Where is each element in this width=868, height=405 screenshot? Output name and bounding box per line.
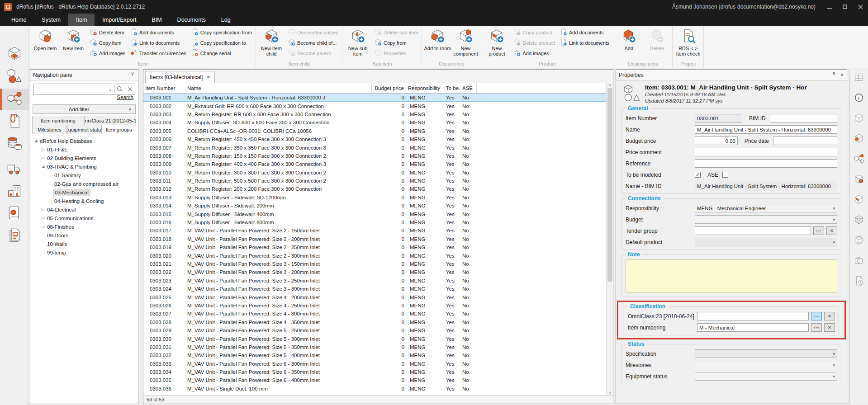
close-tab-icon[interactable]: ✕ [206, 75, 210, 80]
ribbon-button-new-item-child[interactable]: New item child [257, 27, 285, 58]
items-document-tab[interactable]: Items [03-Mechanical] ✕ [145, 71, 215, 83]
tool-camera-button[interactable] [853, 255, 865, 268]
table-row[interactable]: 0303.011M_Return Register: 500 x 500 Fac… [143, 177, 606, 185]
table-row[interactable]: 0303.022M_VAV Unit - Parallel Fan Powere… [143, 268, 606, 276]
ribbon-button-copy-specification-to[interactable]: Copy specification to [189, 38, 254, 48]
tool-model-viewer-button[interactable] [853, 235, 865, 247]
reference-field[interactable] [695, 159, 837, 168]
table-row[interactable]: 0303.015M_Supply Diffuser - Sidewall: 40… [143, 210, 606, 218]
to-be-modeled-checkbox[interactable]: ✓ [695, 172, 701, 178]
budget-select[interactable]: ▾ [695, 215, 837, 224]
ribbon-button-change-serial[interactable]: Change serial [189, 48, 254, 58]
rail-finance-button[interactable] [0, 134, 28, 155]
rail-building-button[interactable] [0, 181, 28, 203]
ribbon-button-delete-product[interactable]: Delete product [511, 38, 557, 48]
rail-rooms-button[interactable] [0, 43, 28, 65]
table-row[interactable]: 0303.016M_Supply Diffuser - Sidewall: 80… [143, 218, 606, 226]
price-comment-field[interactable] [695, 148, 837, 156]
tool-data-grid-button[interactable] [853, 72, 865, 85]
scroll-down-icon[interactable]: ˅ [609, 391, 611, 395]
ribbon-button-new-product[interactable]: New product [483, 27, 511, 58]
ribbon-button-new-sub-item[interactable]: New sub item [344, 27, 372, 58]
column-header-responsibility[interactable]: Responsibility [406, 83, 444, 93]
table-row[interactable]: 0303.001M_Air Handling Unit - Split Syst… [143, 94, 606, 102]
table-row[interactable]: 0303.023M_VAV Unit - Parallel Fan Powere… [143, 277, 606, 285]
tree-collapsed-icon[interactable]: ▷ [40, 207, 46, 212]
ribbon-button-add-images[interactable]: Add images [87, 48, 128, 58]
scrollbar-thumb[interactable] [607, 88, 612, 282]
bim-id-field[interactable] [770, 114, 837, 122]
properties-close-icon[interactable]: ✕ [840, 72, 844, 77]
tree-collapsed-icon[interactable]: ▷ [40, 156, 46, 160]
ribbon-button-link-to-documents[interactable]: Link to documents [557, 38, 612, 48]
table-row[interactable]: 0303.032M_VAV Unit - Parallel Fan Powere… [143, 351, 606, 359]
ribbon-button-add-images[interactable]: Add images [511, 48, 557, 58]
table-row[interactable]: 0303.019M_VAV Unit - Parallel Fan Powere… [143, 243, 606, 251]
column-header-item-number[interactable]: Item Number [143, 83, 185, 93]
table-row[interactable]: 0303.002M_Exhaust Grill: ER-600 x 600 Fa… [143, 102, 606, 110]
scroll-up-icon[interactable]: ˄ [609, 83, 611, 87]
table-row[interactable]: 0303.027M_VAV Unit - Parallel Fan Powere… [143, 310, 606, 318]
ribbon-button-new-item[interactable]: New item [59, 27, 87, 58]
filter-tab-milestones[interactable]: Milestones [32, 125, 67, 134]
filter-tab-item-numbering[interactable]: Item numbering [32, 116, 84, 125]
search-icon[interactable] [115, 86, 125, 92]
menu-tab-item[interactable]: Item [68, 14, 95, 26]
table-row[interactable]: 0303.029M_VAV Unit - Parallel Fan Powere… [143, 326, 606, 334]
table-row[interactable]: 0303.008M_Return Register: 150 x 150 Fac… [143, 152, 606, 160]
ribbon-button-open-item[interactable]: Open item [31, 27, 59, 58]
tree-collapsed-icon[interactable]: ▷ [40, 147, 46, 151]
ribbon-button-link-to-documents[interactable]: Link to documents [128, 38, 189, 48]
equipment-status-select[interactable]: ▾ [695, 372, 837, 381]
tree-item-08-finishes[interactable]: ▷08-Finishes [30, 222, 138, 231]
ribbon-button-add-to-room[interactable]: Add to room [423, 27, 451, 58]
add-filter-button[interactable]: Add filter... ▾ [33, 104, 136, 114]
filter-tab-omniclass-21-2012-05-16[interactable]: OmniClass 21 [2012-05-16] [84, 116, 136, 125]
properties-pin-icon[interactable] [831, 71, 837, 78]
table-row[interactable]: 0303.024M_VAV Unit - Parallel Fan Powere… [143, 285, 606, 293]
tool-products-button[interactable] [853, 194, 865, 207]
tree-item-02-gas-and-compressed-air[interactable]: 02-Gas and compressed air [30, 179, 138, 188]
tool-history-button[interactable] [853, 275, 865, 288]
item-numbering-browse-button[interactable]: ▫▫▫ [811, 323, 822, 332]
column-header-ase[interactable]: ASE [460, 83, 477, 93]
item-numbering-clear-button[interactable]: ✕ [824, 323, 835, 332]
rail-reports-button[interactable] [0, 226, 28, 247]
note-textarea[interactable] [626, 259, 837, 293]
filter-tab-item-groups[interactable]: Item groups [101, 125, 136, 134]
minimize-button[interactable] [822, 0, 837, 14]
tree-item-01-ff-e[interactable]: ▷01-FF&E [30, 145, 138, 154]
tender-group-clear-button[interactable]: ✕ [826, 226, 837, 235]
tree-item-05-communications[interactable]: ▷05-Communications [30, 214, 138, 222]
tender-group-browse-button[interactable]: ▫▫▫ [813, 226, 824, 235]
tree-item-drofus-help-database[interactable]: ◢dRofus Help Database [30, 137, 138, 145]
tree-item-02-building-elements[interactable]: ▷02-Building Elements [30, 154, 138, 162]
menu-tab-import-export[interactable]: Import/Export [95, 14, 144, 26]
ribbon-button-delete-sub-item[interactable]: Delete sub item [372, 27, 420, 38]
table-row[interactable]: 0303.030M_VAV Unit - Parallel Fan Powere… [143, 334, 606, 343]
tree-item-03-hvac-plumbing[interactable]: ◢03-HVAC & Plumbing [30, 162, 138, 171]
price-date-field[interactable] [773, 137, 837, 145]
menu-tab-log[interactable]: Log [213, 14, 238, 26]
table-row[interactable]: 0303.005COLIBRI-CCa+ALSc--OR-0001: COLIB… [143, 127, 606, 135]
specification-select[interactable]: ▾ [695, 349, 837, 358]
ribbon-button-rds-item-check[interactable]: RDS <-> Item check [674, 27, 702, 58]
ribbon-button-become-parent[interactable]: Become parent [285, 48, 341, 58]
ribbon-button-become-child-of[interactable]: Become child of... [285, 38, 341, 48]
table-row[interactable]: 0303.031M_VAV Unit - Parallel Fan Powere… [143, 343, 606, 351]
ase-checkbox[interactable] [722, 172, 728, 178]
tool-item-button[interactable] [853, 113, 865, 125]
table-row[interactable]: 0303.017M_VAV Unit - Parallel Fan Powere… [143, 226, 606, 235]
rail-logistics-button[interactable] [0, 159, 28, 180]
tree-item-01-sanitary[interactable]: 01-Sanitary [30, 171, 138, 179]
table-row[interactable]: 0303.026M_VAV Unit - Parallel Fan Powere… [143, 301, 606, 310]
rail-item-structure-button[interactable] [0, 89, 28, 110]
menu-tab-system[interactable]: System [34, 14, 68, 26]
name-bim-id-field[interactable] [695, 182, 837, 190]
maximize-button[interactable] [837, 0, 853, 14]
table-row[interactable]: 0303.012M_Return Register: 200 x 200 Fac… [143, 185, 606, 193]
table-row[interactable]: 0303.006M_Return Register: 450 x 450 Fac… [143, 135, 606, 143]
budget-price-field[interactable] [695, 137, 738, 145]
menu-tab-home[interactable]: Home [4, 14, 34, 26]
ribbon-button-add-documents[interactable]: Add documents [557, 27, 612, 38]
